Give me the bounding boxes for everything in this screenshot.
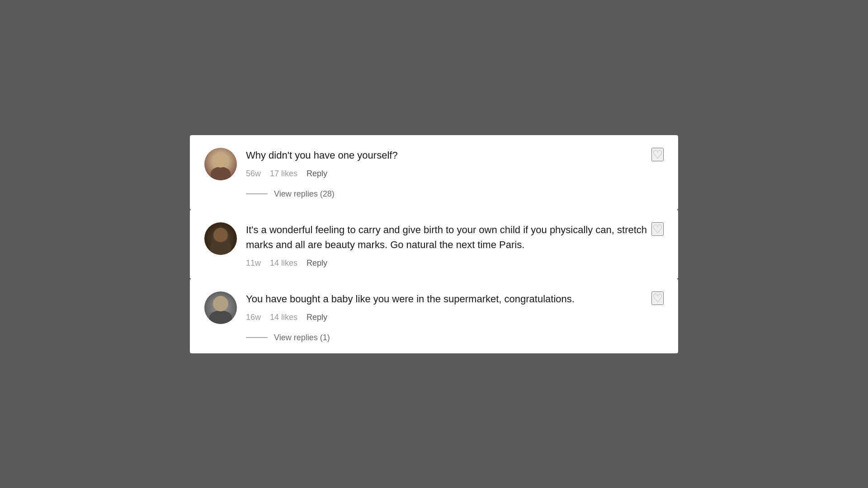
- comment-content-1: Why didn't you have one yourself? 56w 17…: [246, 148, 664, 178]
- comment-likes-2: 14 likes: [270, 258, 297, 268]
- replies-text-1[interactable]: View replies (28): [274, 189, 335, 199]
- replies-text-3[interactable]: View replies (1): [274, 333, 330, 343]
- user-avatar-3: [204, 291, 237, 324]
- comment-text-3: You have bought a baby like you were in …: [246, 291, 664, 306]
- comment-card-1: Why didn't you have one yourself? 56w 17…: [190, 135, 678, 210]
- comment-likes-3: 14 likes: [270, 313, 297, 322]
- comments-container: Why didn't you have one yourself? 56w 17…: [190, 135, 678, 353]
- user-avatar-2: [204, 222, 237, 255]
- user-avatar-1: [204, 148, 237, 180]
- comment-time-3: 16w: [246, 313, 261, 322]
- comment-meta-1: 56w 17 likes Reply: [246, 169, 664, 178]
- comment-content-2: It's a wonderful feeling to carry and gi…: [246, 222, 664, 268]
- comment-card-2: It's a wonderful feeling to carry and gi…: [190, 210, 678, 279]
- comment-main-1: Why didn't you have one yourself? 56w 17…: [204, 148, 664, 180]
- heart-button-2[interactable]: ♡: [651, 222, 664, 236]
- replies-line-3: [246, 337, 268, 338]
- replies-line-1: [246, 193, 268, 194]
- view-replies-3[interactable]: View replies (1): [246, 333, 664, 343]
- view-replies-1[interactable]: View replies (28): [246, 189, 664, 199]
- comment-main-2: It's a wonderful feeling to carry and gi…: [204, 222, 664, 268]
- comment-main-3: You have bought a baby like you were in …: [204, 291, 664, 324]
- comment-time-2: 11w: [246, 258, 261, 268]
- reply-button-3[interactable]: Reply: [307, 313, 327, 322]
- comment-likes-1: 17 likes: [270, 169, 297, 178]
- comment-text-1: Why didn't you have one yourself?: [246, 148, 664, 163]
- heart-button-1[interactable]: ♡: [651, 148, 664, 161]
- comment-meta-2: 11w 14 likes Reply: [246, 258, 664, 268]
- comment-text-2: It's a wonderful feeling to carry and gi…: [246, 222, 664, 252]
- comment-content-3: You have bought a baby like you were in …: [246, 291, 664, 322]
- comment-card-3: You have bought a baby like you were in …: [190, 279, 678, 353]
- reply-button-1[interactable]: Reply: [307, 169, 327, 178]
- comment-time-1: 56w: [246, 169, 261, 178]
- reply-button-2[interactable]: Reply: [307, 258, 327, 268]
- heart-button-3[interactable]: ♡: [651, 291, 664, 305]
- comment-meta-3: 16w 14 likes Reply: [246, 313, 664, 322]
